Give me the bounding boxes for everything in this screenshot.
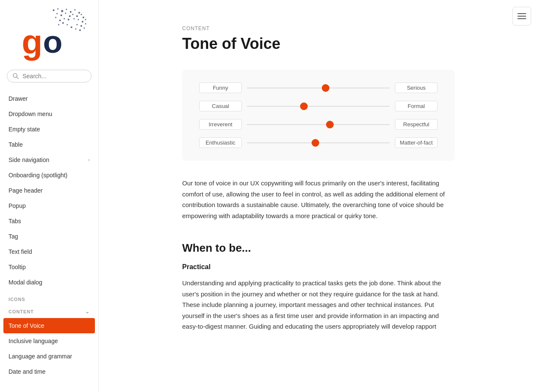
tone-track-1[interactable] bbox=[247, 88, 390, 88]
svg-point-20 bbox=[63, 18, 65, 20]
search-icon bbox=[12, 73, 19, 80]
svg-point-7 bbox=[72, 14, 73, 15]
svg-point-4 bbox=[70, 11, 72, 13]
sidebar-item-tabs[interactable]: Tabs bbox=[0, 213, 98, 229]
svg-point-14 bbox=[56, 13, 57, 14]
svg-point-6 bbox=[78, 12, 80, 14]
svg-point-3 bbox=[66, 9, 67, 10]
svg-point-19 bbox=[68, 19, 69, 20]
tone-chart: Funny Serious Casual Formal Irreverent bbox=[182, 70, 455, 161]
sidebar: g o Drawer Dropdown menu Empty state Tab… bbox=[0, 0, 99, 392]
tone-row-casual-formal: Casual Formal bbox=[199, 101, 438, 111]
tone-dot-4[interactable] bbox=[312, 139, 319, 147]
svg-point-9 bbox=[80, 14, 82, 15]
svg-text:g: g bbox=[22, 23, 43, 61]
logo-area: g o bbox=[0, 0, 98, 67]
sidebar-item-drawer[interactable]: Drawer bbox=[0, 91, 98, 106]
sidebar-item-tooltip[interactable]: Tooltip bbox=[0, 259, 98, 275]
sidebar-item-text-field[interactable]: Text field bbox=[0, 244, 98, 259]
chevron-down-icon: ⌄ bbox=[85, 309, 90, 315]
sidebar-item-table[interactable]: Table bbox=[0, 137, 98, 152]
tone-label-irreverent: Irreverent bbox=[199, 119, 242, 130]
svg-point-22 bbox=[55, 17, 56, 18]
sidebar-item-empty-state[interactable]: Empty state bbox=[0, 122, 98, 137]
svg-point-12 bbox=[82, 21, 83, 23]
svg-point-24 bbox=[80, 25, 82, 27]
svg-point-16 bbox=[65, 13, 66, 14]
tone-label-formal: Formal bbox=[395, 101, 438, 111]
section-header-content[interactable]: CONTENT ⌄ bbox=[0, 304, 98, 316]
svg-point-2 bbox=[61, 10, 63, 12]
practical-sub-heading: Practical bbox=[182, 263, 455, 271]
svg-point-10 bbox=[83, 17, 84, 18]
tone-dot-1[interactable] bbox=[322, 84, 329, 92]
page-title: Tone of Voice bbox=[182, 35, 455, 53]
tone-track-4[interactable] bbox=[247, 142, 390, 143]
svg-point-1 bbox=[57, 9, 58, 10]
hamburger-icon bbox=[518, 13, 526, 19]
svg-point-8 bbox=[76, 15, 78, 17]
svg-point-21 bbox=[59, 20, 61, 21]
top-bar bbox=[512, 7, 531, 26]
tone-label-casual: Casual bbox=[199, 101, 242, 111]
sidebar-item-onboarding[interactable]: Onboarding (spotlight) bbox=[0, 168, 98, 183]
content-area: CONTENT Tone of Voice Funny Serious Casu… bbox=[165, 0, 472, 366]
search-container bbox=[0, 67, 98, 89]
section-header-icons[interactable]: ICONS bbox=[0, 292, 98, 304]
sidebar-item-tone-of-voice[interactable]: Tone of Voice bbox=[3, 318, 95, 333]
tone-row-enthusiastic-matter: Enthusiastic Matter-of-fact bbox=[199, 137, 438, 148]
when-to-be-heading: When to be... bbox=[182, 241, 455, 255]
sidebar-item-popup[interactable]: Popup bbox=[0, 198, 98, 213]
tone-row-irreverent-respectful: Irreverent Respectful bbox=[199, 119, 438, 130]
svg-point-23 bbox=[85, 23, 86, 25]
page-label: CONTENT bbox=[182, 26, 455, 31]
tone-label-serious: Serious bbox=[395, 82, 438, 93]
svg-point-28 bbox=[75, 28, 76, 30]
main-content: CONTENT Tone of Voice Funny Serious Casu… bbox=[99, 0, 538, 392]
svg-point-11 bbox=[77, 19, 79, 20]
tone-label-funny: Funny bbox=[199, 82, 242, 93]
tone-track-3[interactable] bbox=[247, 124, 390, 125]
nav-items-section: Drawer Dropdown menu Empty state Table S… bbox=[0, 89, 98, 292]
svg-point-30 bbox=[66, 24, 68, 26]
sidebar-item-tag[interactable]: Tag bbox=[0, 229, 98, 244]
tone-label-respectful: Respectful bbox=[395, 119, 438, 130]
svg-point-26 bbox=[83, 28, 85, 29]
sidebar-item-page-header[interactable]: Page header bbox=[0, 183, 98, 198]
tone-track-2[interactable] bbox=[247, 106, 390, 107]
sidebar-item-modal-dialog[interactable]: Modal dialog bbox=[0, 275, 98, 290]
tone-row-funny-serious: Funny Serious bbox=[199, 82, 438, 93]
description-text: Our tone of voice in our UX copywriting … bbox=[182, 178, 455, 221]
tone-dot-2[interactable] bbox=[300, 102, 308, 110]
svg-line-36 bbox=[17, 77, 18, 79]
svg-point-13 bbox=[85, 19, 86, 20]
sidebar-item-side-navigation[interactable]: Side navigation › bbox=[0, 152, 98, 168]
sidebar-item-inclusive-language[interactable]: Inclusive language bbox=[0, 333, 98, 349]
svg-point-15 bbox=[60, 14, 62, 16]
content-items-section: Tone of Voice Inclusive language Languag… bbox=[0, 316, 98, 381]
svg-point-0 bbox=[53, 9, 54, 11]
search-input[interactable] bbox=[23, 73, 86, 80]
hamburger-menu-button[interactable] bbox=[512, 7, 531, 26]
search-box[interactable] bbox=[7, 70, 92, 82]
svg-point-5 bbox=[74, 9, 75, 11]
svg-point-17 bbox=[69, 15, 71, 17]
svg-point-29 bbox=[71, 26, 72, 28]
svg-text:o: o bbox=[43, 24, 63, 60]
svg-point-25 bbox=[76, 24, 77, 26]
sidebar-item-language-and-grammar[interactable]: Language and grammar bbox=[0, 349, 98, 364]
tone-dot-3[interactable] bbox=[326, 121, 334, 128]
svg-point-18 bbox=[73, 18, 74, 20]
sidebar-item-date-and-time[interactable]: Date and time bbox=[0, 364, 98, 379]
logo: g o bbox=[11, 7, 88, 62]
svg-point-27 bbox=[79, 29, 81, 31]
tone-label-enthusiastic: Enthusiastic bbox=[199, 137, 242, 148]
tone-label-matter-of-fact: Matter-of-fact bbox=[395, 137, 438, 148]
sidebar-item-dropdown-menu[interactable]: Dropdown menu bbox=[0, 106, 98, 122]
chevron-right-icon: › bbox=[88, 157, 90, 163]
body-text: Understanding and applying practicality … bbox=[182, 278, 455, 332]
